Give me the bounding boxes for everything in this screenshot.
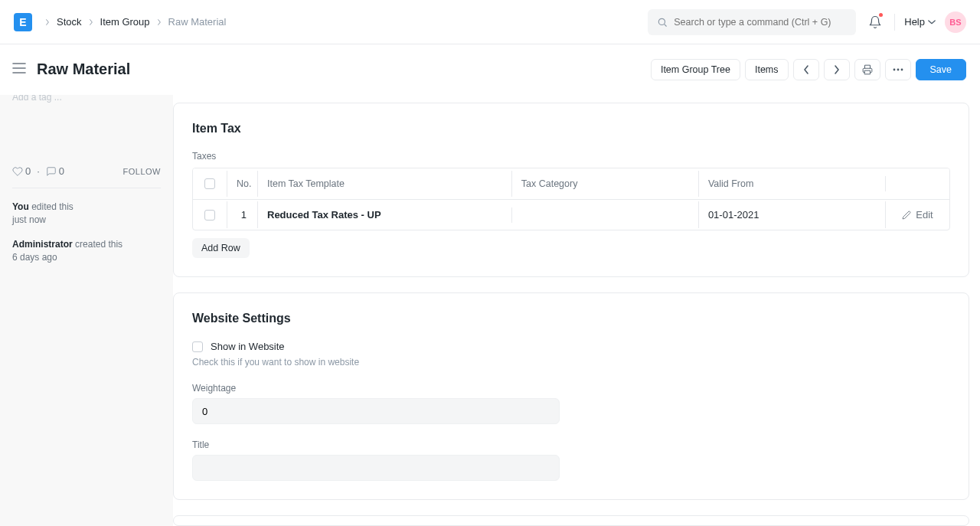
add-row-button[interactable]: Add Row [192, 238, 250, 258]
taxes-label: Taxes [192, 151, 950, 162]
timeline-who: Administrator [12, 239, 73, 250]
item-group-tree-button[interactable]: Item Group Tree [651, 59, 740, 80]
sidebar: Add a tag ... 0 · 0 FOLLOW You edited th… [0, 95, 173, 526]
chevron-down-icon [928, 18, 936, 26]
timeline-when: 6 days ago [12, 252, 57, 263]
main: Add a tag ... 0 · 0 FOLLOW You edited th… [0, 95, 980, 526]
likes-count: 0 [25, 165, 31, 177]
title-group: Title [192, 439, 560, 481]
breadcrumb: Stock Item Group Raw Material [44, 16, 226, 28]
website-settings-card: Website Settings Show in Website Check t… [173, 292, 969, 500]
breadcrumb-item-stock[interactable]: Stock [57, 16, 82, 28]
timeline-who: You [12, 201, 29, 212]
bell-icon [868, 15, 882, 29]
divider [12, 188, 161, 188]
search-input[interactable] [674, 17, 847, 28]
heart-icon [12, 166, 23, 177]
timeline-entry: Administrator created this 6 days ago [12, 238, 161, 265]
help-label: Help [904, 16, 925, 28]
follow-button[interactable]: FOLLOW [123, 167, 161, 176]
save-button[interactable]: Save [916, 59, 967, 80]
breadcrumb-current: Raw Material [168, 16, 227, 28]
row-checkbox[interactable] [204, 210, 215, 221]
row-valid-from: 01-01-2021 [698, 201, 885, 228]
col-template: Item Tax Template [257, 171, 511, 197]
items-button[interactable]: Items [745, 59, 789, 80]
chevron-left-icon [803, 65, 809, 74]
weightage-group: Weightage [192, 383, 560, 424]
row-template: Reduced Tax Rates - UP [257, 201, 511, 228]
chevron-right-icon [44, 19, 51, 25]
svg-point-7 [897, 68, 899, 70]
col-category: Tax Category [511, 171, 698, 197]
menu-icon [12, 63, 26, 74]
timeline-what: created this [75, 239, 122, 250]
search-bar[interactable] [648, 9, 856, 35]
comments[interactable]: 0 [46, 165, 64, 177]
page-actions: Item Group Tree Items Save [651, 59, 966, 80]
page-header-left: Raw Material [12, 60, 130, 78]
row-select-cell [193, 202, 227, 228]
svg-point-6 [893, 68, 895, 70]
avatar[interactable]: BS [945, 11, 966, 33]
svg-point-8 [900, 68, 903, 70]
notification-dot [879, 13, 883, 17]
notifications-button[interactable] [865, 12, 885, 32]
timeline-when: just now [12, 214, 46, 225]
search-icon [657, 17, 668, 28]
navbar-right: Help BS [648, 9, 966, 35]
print-button[interactable] [854, 59, 880, 80]
navbar: E Stock Item Group Raw Material [0, 0, 980, 44]
timeline-entry: You edited this just now [12, 201, 161, 227]
chevron-right-icon [156, 19, 162, 25]
taxes-table: No. Item Tax Template Tax Category Valid… [192, 168, 950, 230]
timeline-what: edited this [31, 201, 74, 212]
more-horizontal-icon [893, 68, 903, 71]
show-in-website-checkbox[interactable] [192, 341, 203, 352]
svg-point-0 [659, 18, 665, 25]
chevron-right-icon [834, 65, 840, 74]
show-in-website-help: Check this if you want to show in websit… [192, 357, 950, 368]
col-actions [885, 176, 949, 191]
likes[interactable]: 0 [12, 165, 31, 177]
title-input[interactable] [192, 455, 560, 481]
app-logo[interactable]: E [14, 13, 32, 31]
show-in-website-label: Show in Website [211, 341, 285, 352]
select-all-cell [193, 171, 227, 197]
breadcrumb-item-group[interactable]: Item Group [100, 16, 150, 28]
table-row[interactable]: 1 Reduced Tax Rates - UP 01-01-2021 Edit [193, 199, 949, 230]
divider [894, 14, 895, 31]
weightage-input[interactable] [192, 398, 560, 424]
dot-separator: · [37, 165, 40, 177]
col-valid-from: Valid From [698, 171, 885, 197]
table-header: No. Item Tax Template Tax Category Valid… [193, 168, 949, 199]
select-all-checkbox[interactable] [204, 178, 215, 189]
row-edit-button[interactable]: Edit [885, 201, 949, 228]
comment-icon [46, 166, 57, 177]
item-tax-heading: Item Tax [192, 122, 950, 136]
page-header: Raw Material Item Group Tree Items Save [0, 44, 980, 95]
svg-line-1 [665, 24, 667, 26]
row-no: 1 [227, 201, 257, 228]
title-label: Title [192, 439, 560, 450]
help-menu[interactable]: Help [904, 16, 936, 28]
pencil-icon [902, 211, 911, 220]
col-no: No. [227, 171, 257, 197]
content-area: Item Tax Taxes No. Item Tax Template Tax… [173, 95, 980, 526]
chevron-right-icon [88, 19, 94, 25]
svg-rect-5 [864, 70, 870, 74]
more-button[interactable] [885, 59, 911, 80]
comments-count: 0 [59, 165, 64, 177]
website-settings-heading: Website Settings [192, 312, 950, 325]
tag-input-placeholder[interactable]: Add a tag ... [12, 95, 161, 103]
engagement-row: 0 · 0 FOLLOW [12, 165, 161, 177]
page-title: Raw Material [37, 60, 130, 78]
sidebar-toggle[interactable] [12, 63, 29, 76]
item-tax-card: Item Tax Taxes No. Item Tax Template Tax… [173, 103, 969, 277]
row-category [511, 207, 698, 223]
edit-label: Edit [916, 209, 933, 221]
collapsed-card [173, 515, 969, 526]
prev-button[interactable] [793, 59, 819, 80]
next-button[interactable] [824, 59, 850, 80]
show-in-website-row: Show in Website [192, 341, 950, 352]
